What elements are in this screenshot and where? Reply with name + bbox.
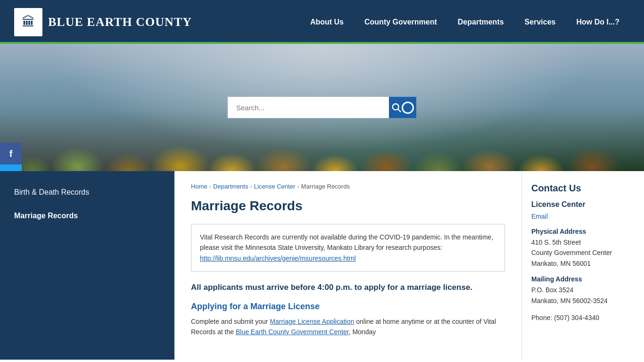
alert-box: Vital Research Records are currently not… [191, 224, 505, 272]
mailing-line-2: Mankato, MN 56002-3524 [531, 297, 608, 304]
nav-about-us[interactable]: About Us [300, 0, 354, 44]
nav-county-government[interactable]: County Government [354, 0, 447, 44]
right-sidebar: Contact Us License Center Email Physical… [521, 171, 644, 360]
content-area: Home › Departments › License Center › Ma… [174, 171, 521, 360]
main-nav: About Us County Government Departments S… [300, 0, 630, 44]
hero-banner: f in ▶ [0, 44, 644, 171]
search-input[interactable] [228, 97, 389, 118]
marriage-application-link[interactable]: Marriage License Application [270, 318, 354, 325]
content-text: Complete and submit your Marriage Licens… [191, 316, 505, 337]
government-center-link[interactable]: Blue Earth County Government Center [236, 328, 349, 336]
applicants-subheading: All applicants must arrive before 4:00 p… [191, 282, 505, 293]
breadcrumb-current: Marriage Records [301, 183, 350, 190]
applying-heading: Applying for a Marriage License [191, 302, 505, 312]
breadcrumb-home[interactable]: Home [191, 183, 207, 190]
contact-section-title: License Center [531, 200, 635, 209]
phone-number: Phone: (507) 304-4340 [531, 313, 635, 323]
main-container: Birth & Death Records Marriage Records H… [0, 171, 644, 360]
nav-departments[interactable]: Departments [447, 0, 514, 44]
svg-line-1 [398, 109, 401, 112]
contact-title: Contact Us [531, 183, 635, 194]
left-sidebar: Birth & Death Records Marriage Records [0, 171, 174, 360]
breadcrumb: Home › Departments › License Center › Ma… [191, 183, 505, 190]
content-text-3: , Monday [349, 328, 376, 336]
sidebar-item-marriage[interactable]: Marriage Records [0, 204, 174, 228]
physical-line-1: 410 S. 5th Street [531, 239, 581, 246]
sidebar-item-birth-death[interactable]: Birth & Death Records [0, 181, 174, 204]
nav-how-do-i[interactable]: How Do I...? [566, 0, 630, 44]
physical-address: 410 S. 5th Street County Government Cent… [531, 237, 635, 269]
mailing-address: P.O. Box 3524 Mankato, MN 56002-3524 [531, 285, 635, 306]
site-header: 🏛 Blue Earth County About Us County Gove… [0, 0, 644, 44]
search-icon [391, 102, 402, 113]
mailing-line-1: P.O. Box 3524 [531, 286, 573, 294]
logo-icon: 🏛 [14, 8, 42, 36]
physical-line-3: Mankato, MN 56001 [531, 260, 591, 267]
facebook-button[interactable]: f [0, 143, 22, 165]
contact-email-link[interactable]: Email [531, 213, 635, 220]
alert-link[interactable]: http://lib.mnsu.edu/archives/genie/msure… [200, 255, 356, 262]
content-text-1: Complete and submit your [191, 318, 270, 325]
physical-line-2: County Government Center [531, 249, 612, 256]
breadcrumb-departments[interactable]: Departments [213, 183, 248, 190]
nav-services[interactable]: Services [514, 0, 566, 44]
breadcrumb-sep-1: › [209, 183, 211, 190]
mailing-address-label: Mailing Address [531, 275, 635, 283]
search-bar [228, 97, 416, 118]
svg-point-0 [393, 104, 399, 110]
page-title: Marriage Records [191, 198, 505, 214]
twitter-button[interactable] [0, 165, 22, 171]
search-button[interactable] [389, 97, 416, 118]
alert-text: Vital Research Records are currently not… [200, 233, 493, 251]
breadcrumb-sep-3: › [297, 183, 299, 190]
social-sidebar: f in ▶ [0, 143, 22, 171]
breadcrumb-license-center[interactable]: License Center [254, 183, 295, 190]
physical-address-label: Physical Address [531, 228, 635, 235]
logo-text: Blue Earth County [48, 15, 192, 29]
logo-link[interactable]: 🏛 Blue Earth County [14, 8, 192, 36]
breadcrumb-sep-2: › [250, 183, 252, 190]
